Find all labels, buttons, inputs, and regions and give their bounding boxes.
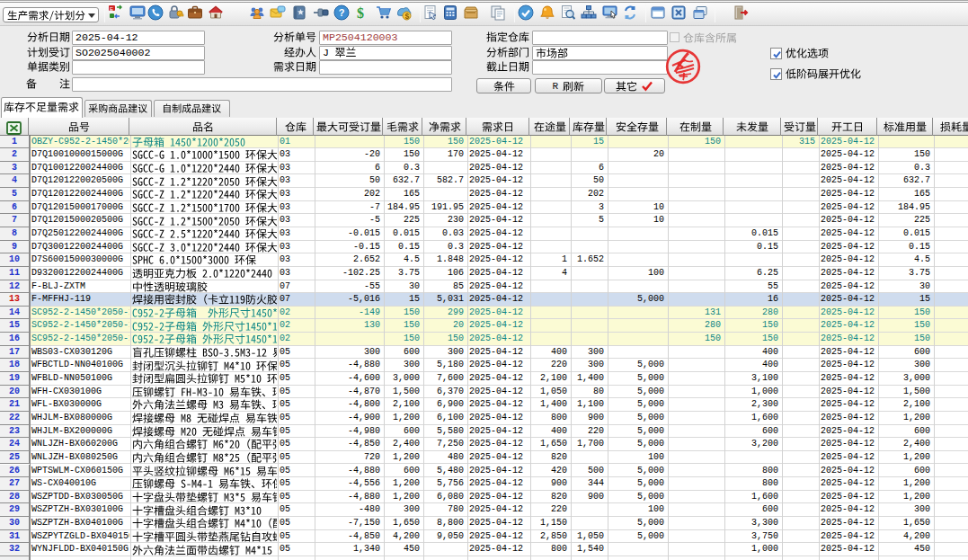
svg-text:$: $ [357, 5, 364, 21]
svg-text:E: E [110, 6, 113, 12]
svg-text:?: ? [339, 7, 345, 18]
svg-text:$: $ [405, 12, 410, 21]
